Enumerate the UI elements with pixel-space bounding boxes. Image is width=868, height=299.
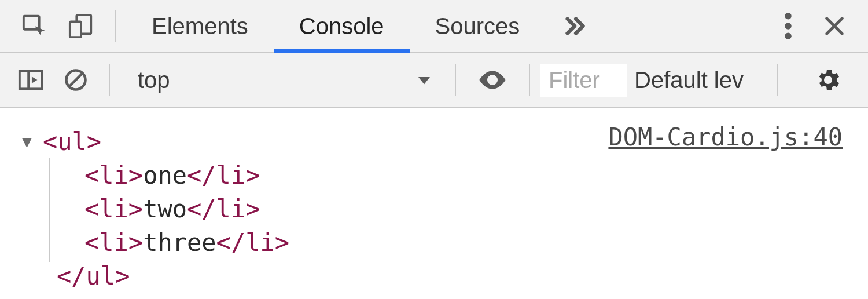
divider	[455, 64, 456, 96]
eye-icon	[477, 64, 508, 96]
close-devtools-button[interactable]	[811, 14, 858, 38]
context-selector[interactable]: top	[120, 67, 444, 93]
divider	[109, 64, 110, 96]
tab-overflow[interactable]	[545, 0, 604, 52]
more-menu-button[interactable]	[765, 13, 811, 39]
tab-label: Console	[299, 13, 384, 39]
disclosure-triangle-icon[interactable]: ▼	[22, 131, 32, 154]
svg-point-4	[785, 23, 792, 30]
svg-line-12	[69, 74, 82, 86]
gear-icon	[814, 66, 842, 94]
tab-sources[interactable]: Sources	[410, 0, 546, 52]
clear-console-button[interactable]	[53, 67, 98, 93]
tree-node-li[interactable]: <li>one</li>	[43, 159, 845, 192]
tree-node-ul-close[interactable]: </ul>	[43, 260, 845, 293]
devtools-tab-bar: Elements Console Sources	[0, 0, 868, 53]
device-toolbar-icon[interactable]	[58, 13, 104, 39]
tree-node-ul-open[interactable]: <ul>	[43, 125, 845, 159]
log-levels-label: Default lev	[634, 67, 744, 93]
kebab-icon	[785, 13, 792, 39]
context-label: top	[138, 67, 170, 93]
tab-label: Sources	[435, 13, 520, 39]
chevrons-right-icon	[560, 12, 589, 41]
clear-icon	[63, 67, 89, 93]
tree-node-li[interactable]: <li>two</li>	[43, 192, 845, 226]
divider	[777, 64, 778, 96]
inspect-element-icon[interactable]	[12, 13, 58, 39]
svg-rect-8	[20, 71, 42, 89]
tab-console[interactable]: Console	[274, 0, 410, 52]
divider	[115, 10, 116, 42]
tab-label: Elements	[152, 13, 248, 39]
svg-point-3	[785, 13, 792, 20]
logged-element-tree: ▼ <ul> <li>one</li> <li>two</li> <li>thr…	[43, 125, 845, 293]
tree-guide-line	[49, 158, 50, 262]
log-levels-selector[interactable]: Default lev	[627, 67, 766, 93]
console-output: DOM-Cardio.js:40 ▼ <ul> <li>one</li> <li…	[0, 108, 868, 293]
chevron-down-icon	[415, 71, 433, 89]
divider	[529, 64, 530, 96]
svg-marker-10	[32, 76, 38, 83]
svg-point-5	[785, 33, 792, 40]
svg-marker-13	[418, 77, 430, 85]
filter-input[interactable]	[540, 64, 627, 97]
close-icon	[823, 14, 846, 38]
live-expression-button[interactable]	[466, 64, 518, 96]
console-toolbar: top Default lev	[0, 53, 868, 108]
svg-rect-2	[70, 21, 81, 37]
sidebar-icon	[17, 67, 44, 93]
toggle-sidebar-button[interactable]	[8, 67, 53, 93]
tree-node-li[interactable]: <li>three</li>	[43, 226, 845, 260]
tab-elements[interactable]: Elements	[126, 0, 274, 52]
tab-list: Elements Console Sources	[126, 0, 604, 52]
console-settings-button[interactable]	[808, 66, 848, 94]
